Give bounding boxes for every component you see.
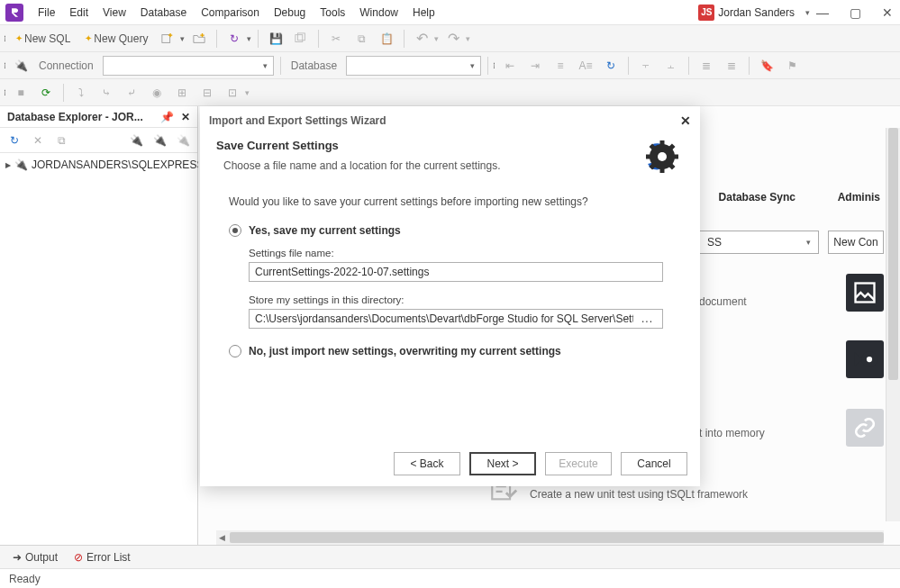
- new-query-button[interactable]: ✦New Query: [79, 28, 153, 50]
- menu-help[interactable]: Help: [405, 3, 442, 23]
- vertical-scrollbar[interactable]: [886, 128, 900, 521]
- link-icon[interactable]: [846, 409, 884, 447]
- connection-picker-icon[interactable]: 🔌: [10, 55, 32, 77]
- menu-file[interactable]: File: [31, 3, 62, 23]
- database-dropdown[interactable]: ▾: [346, 56, 481, 76]
- app-logo-icon: [5, 4, 23, 22]
- settings-directory-input[interactable]: C:\Users\jordansanders\Documents\Devart\…: [249, 309, 663, 329]
- administration-tab[interactable]: Adminis: [838, 191, 880, 204]
- debug-icon: ⊞: [171, 82, 193, 104]
- scroll-left-icon[interactable]: ◀: [216, 533, 228, 542]
- chevron-down-icon[interactable]: ▾: [180, 34, 185, 43]
- picture-icon[interactable]: [846, 274, 884, 312]
- refresh-connection-button[interactable]: ↻: [600, 55, 622, 77]
- connection-icon[interactable]: 🔌: [149, 130, 170, 151]
- menu-comparison[interactable]: Comparison: [194, 3, 267, 23]
- open-button[interactable]: [188, 28, 210, 50]
- main-menu: File Edit View Database Comparison Debug…: [31, 3, 442, 23]
- close-panel-icon[interactable]: ✕: [181, 111, 190, 123]
- output-tab[interactable]: ➜ Output: [13, 551, 58, 564]
- dialog-subheading: Choose a file name and a location for th…: [223, 159, 684, 172]
- pin-icon[interactable]: 📌: [160, 111, 174, 123]
- bottom-panel-tabs: ➜ Output ⊘ Error List: [0, 545, 900, 568]
- scrollbar-thumb[interactable]: [230, 532, 884, 543]
- next-button[interactable]: Next >: [469, 452, 536, 475]
- collapse-button[interactable]: ⧉: [50, 130, 72, 151]
- server-value: SS: [707, 236, 722, 249]
- horizontal-scrollbar[interactable]: ◀: [216, 530, 884, 545]
- toolbar-grip-icon[interactable]: ⁞: [4, 61, 6, 70]
- maximize-button[interactable]: ▢: [848, 5, 862, 20]
- disconnect-icon[interactable]: 🔌: [172, 130, 194, 151]
- browse-button[interactable]: ...: [638, 312, 657, 325]
- plug-icon: 🔌: [14, 158, 28, 171]
- error-list-icon: ⊘: [74, 551, 83, 564]
- delete-button[interactable]: ✕: [27, 130, 49, 151]
- database-sync-tab[interactable]: Database Sync: [719, 191, 795, 204]
- back-button[interactable]: < Back: [394, 452, 460, 475]
- toolbar-grip-icon[interactable]: ⁞: [493, 61, 495, 70]
- flag-icon: ⚑: [781, 55, 803, 77]
- menu-debug[interactable]: Debug: [267, 3, 313, 23]
- toolbar-grip-icon[interactable]: ⁞: [4, 34, 6, 43]
- redo-button: ↷: [442, 28, 464, 50]
- menu-database[interactable]: Database: [133, 3, 194, 23]
- refresh-tree-button[interactable]: ↻: [4, 130, 25, 151]
- cut-button: ✂: [325, 28, 347, 50]
- new-connection-green-icon[interactable]: 🔌: [125, 130, 147, 151]
- titlebar: File Edit View Database Comparison Debug…: [0, 0, 900, 25]
- chevron-down-icon[interactable]: ▾: [247, 34, 251, 43]
- menu-edit[interactable]: Edit: [62, 3, 95, 23]
- menu-window[interactable]: Window: [352, 3, 405, 23]
- menu-view[interactable]: View: [95, 3, 133, 23]
- user-dropdown-icon[interactable]: ▾: [805, 8, 810, 17]
- connection-dropdown[interactable]: ▾: [103, 56, 274, 76]
- expand-arrow-icon[interactable]: ▶: [5, 161, 11, 169]
- radio-overwrite-settings[interactable]: No, just import new settings, overwritin…: [229, 345, 671, 357]
- step-out-icon: ⤶: [121, 82, 142, 104]
- dialog-titlebar: Import and Export Settings Wizard ✕: [200, 106, 700, 135]
- close-window-button[interactable]: ✕: [880, 5, 895, 20]
- cancel-button[interactable]: Cancel: [621, 452, 687, 475]
- toolbar-grip-icon[interactable]: ⁞: [4, 88, 6, 97]
- status-bar: Ready: [0, 568, 900, 588]
- scrollbar-thumb[interactable]: [888, 128, 898, 380]
- svg-rect-11: [646, 155, 651, 159]
- radio-button-icon[interactable]: [229, 224, 241, 237]
- status-text: Ready: [9, 573, 41, 585]
- execute-button: Execute: [545, 452, 612, 475]
- refresh-button[interactable]: ↻: [223, 28, 245, 50]
- svg-rect-9: [660, 140, 665, 146]
- svg-point-8: [658, 152, 667, 161]
- align-icon: ≣: [695, 55, 717, 77]
- new-item-button[interactable]: [157, 28, 178, 50]
- user-initials-badge: JS: [698, 5, 714, 21]
- chevron-down-icon: ▾: [806, 238, 811, 247]
- run-button[interactable]: ⟳: [35, 82, 57, 104]
- radio-button-icon[interactable]: [229, 345, 241, 357]
- chevron-down-icon: ▾: [245, 88, 250, 97]
- toolbar-primary: ⁞ ✦New SQL ✦New Query ▾ ↻ ▾ 💾 ✂ ⧉ 📋 ↶ ▾ …: [0, 25, 900, 52]
- dialog-close-button[interactable]: ✕: [680, 113, 691, 128]
- new-sql-button[interactable]: ✦New SQL: [10, 28, 76, 50]
- new-connection-button[interactable]: New Con: [828, 231, 884, 254]
- db-explorer-toolbar: ↻ ✕ ⧉ 🔌 🔌 🔌: [0, 128, 197, 153]
- user-name[interactable]: Jordan Sanders: [718, 6, 795, 19]
- error-list-tab[interactable]: ⊘ Error List: [74, 551, 131, 564]
- svg-rect-3: [856, 284, 875, 303]
- indent-icon: ⇥: [524, 55, 546, 77]
- server-dropdown[interactable]: SS ▾: [699, 231, 819, 254]
- save-all-button: [290, 28, 312, 50]
- settings-file-name-input[interactable]: CurrentSettings-2022-10-07.settings: [249, 262, 663, 282]
- minimize-button[interactable]: —: [815, 5, 830, 20]
- dialog-question: Would you like to save your current sett…: [229, 195, 671, 208]
- panel-title: Database Explorer - JOR...: [7, 111, 143, 123]
- svg-rect-0: [162, 34, 170, 42]
- svg-rect-2: [298, 32, 305, 40]
- tree-item-server[interactable]: ▶ 🔌 JORDANSANDERS\SQLEXPRESS: [5, 157, 192, 173]
- dialog-subheader: Save Current Settings Choose a file name…: [200, 135, 700, 177]
- gear-play-icon[interactable]: [846, 340, 884, 378]
- menu-tools[interactable]: Tools: [313, 3, 352, 23]
- radio-save-settings[interactable]: Yes, save my current settings: [229, 224, 671, 237]
- chevron-down-icon: ▾: [466, 34, 470, 43]
